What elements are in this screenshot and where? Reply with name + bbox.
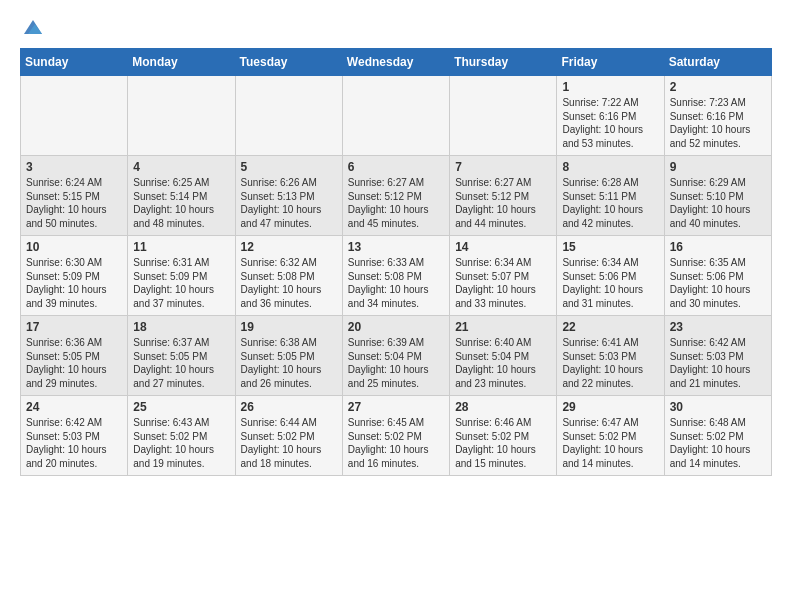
col-header-thursday: Thursday	[450, 49, 557, 76]
day-number: 25	[133, 400, 229, 414]
calendar-cell: 20Sunrise: 6:39 AM Sunset: 5:04 PM Dayli…	[342, 316, 449, 396]
day-info: Sunrise: 7:23 AM Sunset: 6:16 PM Dayligh…	[670, 96, 766, 150]
day-number: 14	[455, 240, 551, 254]
day-number: 11	[133, 240, 229, 254]
day-info: Sunrise: 6:38 AM Sunset: 5:05 PM Dayligh…	[241, 336, 337, 390]
day-info: Sunrise: 6:30 AM Sunset: 5:09 PM Dayligh…	[26, 256, 122, 310]
day-number: 21	[455, 320, 551, 334]
day-number: 23	[670, 320, 766, 334]
day-number: 3	[26, 160, 122, 174]
calendar-table: SundayMondayTuesdayWednesdayThursdayFrid…	[20, 48, 772, 476]
calendar-cell: 30Sunrise: 6:48 AM Sunset: 5:02 PM Dayli…	[664, 396, 771, 476]
calendar-cell: 21Sunrise: 6:40 AM Sunset: 5:04 PM Dayli…	[450, 316, 557, 396]
day-info: Sunrise: 6:44 AM Sunset: 5:02 PM Dayligh…	[241, 416, 337, 470]
day-number: 28	[455, 400, 551, 414]
calendar-row-3: 10Sunrise: 6:30 AM Sunset: 5:09 PM Dayli…	[21, 236, 772, 316]
day-number: 7	[455, 160, 551, 174]
day-number: 9	[670, 160, 766, 174]
day-number: 27	[348, 400, 444, 414]
calendar-cell: 15Sunrise: 6:34 AM Sunset: 5:06 PM Dayli…	[557, 236, 664, 316]
day-number: 17	[26, 320, 122, 334]
header	[20, 16, 772, 38]
day-info: Sunrise: 6:48 AM Sunset: 5:02 PM Dayligh…	[670, 416, 766, 470]
page: SundayMondayTuesdayWednesdayThursdayFrid…	[0, 0, 792, 492]
logo-icon	[22, 16, 44, 38]
col-header-wednesday: Wednesday	[342, 49, 449, 76]
day-info: Sunrise: 6:27 AM Sunset: 5:12 PM Dayligh…	[348, 176, 444, 230]
day-number: 26	[241, 400, 337, 414]
calendar-cell	[450, 76, 557, 156]
day-info: Sunrise: 6:36 AM Sunset: 5:05 PM Dayligh…	[26, 336, 122, 390]
day-info: Sunrise: 6:26 AM Sunset: 5:13 PM Dayligh…	[241, 176, 337, 230]
calendar-cell: 19Sunrise: 6:38 AM Sunset: 5:05 PM Dayli…	[235, 316, 342, 396]
calendar-cell: 1Sunrise: 7:22 AM Sunset: 6:16 PM Daylig…	[557, 76, 664, 156]
day-number: 22	[562, 320, 658, 334]
day-info: Sunrise: 6:42 AM Sunset: 5:03 PM Dayligh…	[26, 416, 122, 470]
calendar-cell: 27Sunrise: 6:45 AM Sunset: 5:02 PM Dayli…	[342, 396, 449, 476]
calendar-cell	[235, 76, 342, 156]
day-number: 18	[133, 320, 229, 334]
day-number: 1	[562, 80, 658, 94]
calendar-row-5: 24Sunrise: 6:42 AM Sunset: 5:03 PM Dayli…	[21, 396, 772, 476]
day-info: Sunrise: 6:34 AM Sunset: 5:07 PM Dayligh…	[455, 256, 551, 310]
calendar-cell	[342, 76, 449, 156]
day-info: Sunrise: 6:35 AM Sunset: 5:06 PM Dayligh…	[670, 256, 766, 310]
calendar-cell: 25Sunrise: 6:43 AM Sunset: 5:02 PM Dayli…	[128, 396, 235, 476]
col-header-monday: Monday	[128, 49, 235, 76]
day-info: Sunrise: 6:37 AM Sunset: 5:05 PM Dayligh…	[133, 336, 229, 390]
calendar-cell	[21, 76, 128, 156]
calendar-cell: 8Sunrise: 6:28 AM Sunset: 5:11 PM Daylig…	[557, 156, 664, 236]
day-info: Sunrise: 7:22 AM Sunset: 6:16 PM Dayligh…	[562, 96, 658, 150]
day-number: 15	[562, 240, 658, 254]
calendar-cell: 6Sunrise: 6:27 AM Sunset: 5:12 PM Daylig…	[342, 156, 449, 236]
day-info: Sunrise: 6:25 AM Sunset: 5:14 PM Dayligh…	[133, 176, 229, 230]
calendar-cell: 22Sunrise: 6:41 AM Sunset: 5:03 PM Dayli…	[557, 316, 664, 396]
day-number: 2	[670, 80, 766, 94]
day-info: Sunrise: 6:28 AM Sunset: 5:11 PM Dayligh…	[562, 176, 658, 230]
day-info: Sunrise: 6:46 AM Sunset: 5:02 PM Dayligh…	[455, 416, 551, 470]
day-number: 19	[241, 320, 337, 334]
day-info: Sunrise: 6:45 AM Sunset: 5:02 PM Dayligh…	[348, 416, 444, 470]
day-number: 24	[26, 400, 122, 414]
day-info: Sunrise: 6:24 AM Sunset: 5:15 PM Dayligh…	[26, 176, 122, 230]
day-number: 5	[241, 160, 337, 174]
day-number: 6	[348, 160, 444, 174]
calendar-cell: 16Sunrise: 6:35 AM Sunset: 5:06 PM Dayli…	[664, 236, 771, 316]
calendar-cell: 12Sunrise: 6:32 AM Sunset: 5:08 PM Dayli…	[235, 236, 342, 316]
day-info: Sunrise: 6:33 AM Sunset: 5:08 PM Dayligh…	[348, 256, 444, 310]
header-row: SundayMondayTuesdayWednesdayThursdayFrid…	[21, 49, 772, 76]
day-number: 13	[348, 240, 444, 254]
day-number: 16	[670, 240, 766, 254]
calendar-cell: 11Sunrise: 6:31 AM Sunset: 5:09 PM Dayli…	[128, 236, 235, 316]
calendar-cell: 4Sunrise: 6:25 AM Sunset: 5:14 PM Daylig…	[128, 156, 235, 236]
day-number: 12	[241, 240, 337, 254]
calendar-cell: 29Sunrise: 6:47 AM Sunset: 5:02 PM Dayli…	[557, 396, 664, 476]
col-header-tuesday: Tuesday	[235, 49, 342, 76]
day-number: 8	[562, 160, 658, 174]
day-info: Sunrise: 6:39 AM Sunset: 5:04 PM Dayligh…	[348, 336, 444, 390]
calendar-cell: 7Sunrise: 6:27 AM Sunset: 5:12 PM Daylig…	[450, 156, 557, 236]
day-info: Sunrise: 6:27 AM Sunset: 5:12 PM Dayligh…	[455, 176, 551, 230]
col-header-friday: Friday	[557, 49, 664, 76]
day-info: Sunrise: 6:43 AM Sunset: 5:02 PM Dayligh…	[133, 416, 229, 470]
day-number: 20	[348, 320, 444, 334]
col-header-sunday: Sunday	[21, 49, 128, 76]
calendar-cell: 28Sunrise: 6:46 AM Sunset: 5:02 PM Dayli…	[450, 396, 557, 476]
day-number: 10	[26, 240, 122, 254]
calendar-cell: 26Sunrise: 6:44 AM Sunset: 5:02 PM Dayli…	[235, 396, 342, 476]
calendar-cell: 17Sunrise: 6:36 AM Sunset: 5:05 PM Dayli…	[21, 316, 128, 396]
day-number: 4	[133, 160, 229, 174]
day-number: 29	[562, 400, 658, 414]
calendar-cell	[128, 76, 235, 156]
col-header-saturday: Saturday	[664, 49, 771, 76]
day-info: Sunrise: 6:47 AM Sunset: 5:02 PM Dayligh…	[562, 416, 658, 470]
day-info: Sunrise: 6:34 AM Sunset: 5:06 PM Dayligh…	[562, 256, 658, 310]
calendar-cell: 23Sunrise: 6:42 AM Sunset: 5:03 PM Dayli…	[664, 316, 771, 396]
day-info: Sunrise: 6:40 AM Sunset: 5:04 PM Dayligh…	[455, 336, 551, 390]
calendar-cell: 2Sunrise: 7:23 AM Sunset: 6:16 PM Daylig…	[664, 76, 771, 156]
calendar-cell: 13Sunrise: 6:33 AM Sunset: 5:08 PM Dayli…	[342, 236, 449, 316]
day-info: Sunrise: 6:32 AM Sunset: 5:08 PM Dayligh…	[241, 256, 337, 310]
calendar-cell: 3Sunrise: 6:24 AM Sunset: 5:15 PM Daylig…	[21, 156, 128, 236]
day-info: Sunrise: 6:31 AM Sunset: 5:09 PM Dayligh…	[133, 256, 229, 310]
day-number: 30	[670, 400, 766, 414]
